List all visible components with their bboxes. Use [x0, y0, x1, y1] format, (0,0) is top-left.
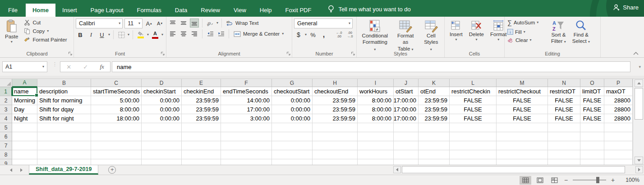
column-header-F[interactable]: F: [221, 79, 272, 87]
cell-O6[interactable]: [580, 132, 604, 141]
cell-J3[interactable]: 17:00:00: [394, 105, 419, 114]
font-size-select[interactable]: 11 ▾: [124, 18, 143, 28]
row-header-3[interactable]: 3: [0, 105, 12, 114]
cell-K7[interactable]: [419, 141, 450, 150]
cell-G3[interactable]: 0:00:00: [272, 105, 313, 114]
bottom-align-icon[interactable]: [190, 18, 199, 28]
cell-J5[interactable]: [394, 123, 419, 132]
column-header-K[interactable]: K: [419, 79, 450, 87]
vertical-scroll-thumb[interactable]: [635, 88, 643, 120]
font-name-select[interactable]: Calibri ▾: [76, 18, 123, 28]
cell-F3[interactable]: 17:00:00: [221, 105, 272, 114]
cell-G1[interactable]: checkoutStart: [272, 87, 313, 96]
cell-D8[interactable]: [142, 150, 182, 159]
column-header-M[interactable]: M: [497, 79, 548, 87]
cell-E8[interactable]: [182, 150, 221, 159]
cell-C8[interactable]: [91, 150, 142, 159]
cell-N4[interactable]: FALSE: [548, 114, 580, 123]
cell-N7[interactable]: [548, 141, 580, 150]
cell-K8[interactable]: [419, 150, 450, 159]
align-left-icon[interactable]: [168, 29, 177, 38]
cell-L1[interactable]: restrictCheckin: [450, 87, 497, 96]
cell-A7[interactable]: [12, 141, 37, 150]
conditional-formatting-button[interactable]: ≠ ConditionalFormatting ▾: [359, 18, 391, 50]
currency-button[interactable]: $: [294, 30, 303, 39]
insert-cells-button[interactable]: Insert ▾: [446, 18, 466, 50]
new-sheet-button[interactable]: +: [108, 166, 116, 174]
cell-O4[interactable]: FALSE: [580, 114, 604, 123]
cell-L2[interactable]: FALSE: [450, 96, 497, 105]
cell-F4[interactable]: 3:00:00: [221, 114, 272, 123]
cell-A8[interactable]: [12, 150, 37, 159]
column-header-C[interactable]: C: [91, 79, 142, 87]
cell-I4[interactable]: 8:00:00: [358, 114, 394, 123]
cell-G4[interactable]: 0:00:00: [272, 114, 313, 123]
cell-O3[interactable]: FALSE: [580, 105, 604, 114]
cell-M2[interactable]: FALSE: [497, 96, 548, 105]
cell-H9[interactable]: [313, 159, 358, 165]
cell-M7[interactable]: [497, 141, 548, 150]
cell-P6[interactable]: [604, 132, 633, 141]
cell-H2[interactable]: 23:59:59: [313, 96, 358, 105]
ribbon-tab-page-layout[interactable]: Page Layout: [84, 4, 130, 17]
cell-K1[interactable]: otEnd: [419, 87, 450, 96]
cell-P4[interactable]: 28800: [604, 114, 633, 123]
row-header-6[interactable]: 6: [0, 132, 12, 141]
cell-I6[interactable]: [358, 132, 394, 141]
find-select-button[interactable]: Find &Select ▾: [569, 18, 593, 50]
cell-M3[interactable]: FALSE: [497, 105, 548, 114]
cell-N8[interactable]: [548, 150, 580, 159]
cell-N6[interactable]: [548, 132, 580, 141]
font-color-button[interactable]: A: [151, 30, 160, 39]
cell-B9[interactable]: [37, 159, 91, 165]
cell-D7[interactable]: [142, 141, 182, 150]
ribbon-tab-review[interactable]: Review: [194, 4, 227, 17]
increase-indent-icon[interactable]: [216, 29, 225, 38]
cell-J2[interactable]: 17:00:00: [394, 96, 419, 105]
cell-E2[interactable]: 23:59:59: [182, 96, 221, 105]
select-all-button[interactable]: [0, 79, 12, 87]
column-header-N[interactable]: N: [548, 79, 580, 87]
page-break-preview-button[interactable]: [548, 176, 560, 185]
cell-E4[interactable]: 23:59:59: [182, 114, 221, 123]
cell-F9[interactable]: [221, 159, 272, 165]
delete-cells-button[interactable]: Delete ▾: [466, 18, 487, 50]
cell-L4[interactable]: FALSE: [450, 114, 497, 123]
ribbon-tab-home[interactable]: Home: [26, 4, 55, 17]
row-header-4[interactable]: 4: [0, 114, 12, 123]
cell-M6[interactable]: [497, 132, 548, 141]
cell-J7[interactable]: [394, 141, 419, 150]
cell-E9[interactable]: [182, 159, 221, 165]
column-header-O[interactable]: O: [580, 79, 604, 87]
cell-A2[interactable]: Morning: [12, 96, 37, 105]
column-header-P[interactable]: P: [604, 79, 633, 87]
cell-D6[interactable]: [142, 132, 182, 141]
cell-G8[interactable]: [272, 150, 313, 159]
cell-K4[interactable]: 23:59:59: [419, 114, 450, 123]
cell-F5[interactable]: [221, 123, 272, 132]
cell-A3[interactable]: Day: [12, 105, 37, 114]
zoom-slider[interactable]: [573, 180, 606, 180]
cell-N3[interactable]: FALSE: [548, 105, 580, 114]
scroll-up-icon[interactable]: [635, 79, 643, 87]
cell-O2[interactable]: FALSE: [580, 96, 604, 105]
column-header-E[interactable]: E: [182, 79, 221, 87]
column-header-L[interactable]: L: [450, 79, 497, 87]
cell-D3[interactable]: 0:00:00: [142, 105, 182, 114]
cell-L3[interactable]: FALSE: [450, 105, 497, 114]
cell-G9[interactable]: [272, 159, 313, 165]
cell-F1[interactable]: endTimeSeconds: [221, 87, 272, 96]
decrease-font-size-button[interactable]: A▾: [155, 19, 164, 28]
increase-font-size-button[interactable]: A▴: [144, 19, 153, 28]
cell-A1[interactable]: name: [12, 87, 37, 96]
top-align-icon[interactable]: [168, 18, 177, 28]
cell-E7[interactable]: [182, 141, 221, 150]
cell-M9[interactable]: [497, 159, 548, 165]
cell-D2[interactable]: 0:00:00: [142, 96, 182, 105]
expand-formula-bar-icon[interactable]: ▾: [639, 65, 641, 69]
cell-B5[interactable]: [37, 123, 91, 132]
cell-C7[interactable]: [91, 141, 142, 150]
cell-D4[interactable]: 0:00:00: [142, 114, 182, 123]
cell-H5[interactable]: [313, 123, 358, 132]
cell-J8[interactable]: [394, 150, 419, 159]
